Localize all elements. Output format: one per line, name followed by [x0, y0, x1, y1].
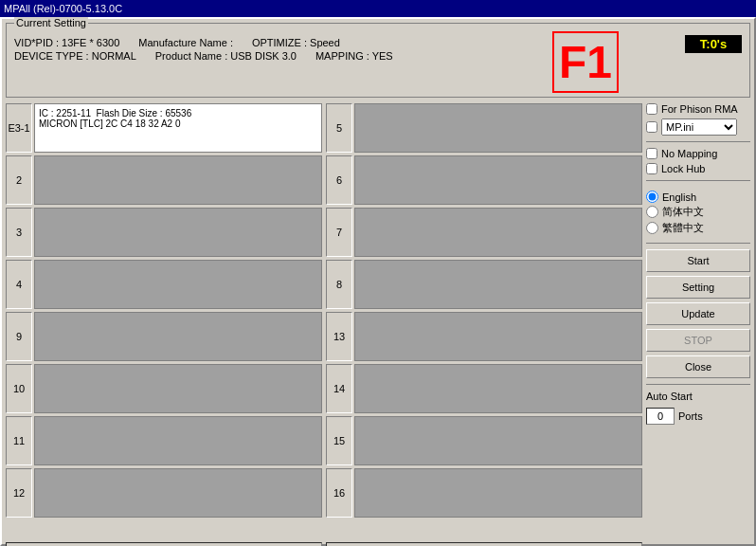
bottom-status-bar: Cr西西软件园	[6, 542, 642, 546]
stop-button[interactable]: STOP	[646, 329, 750, 352]
chinese2-radio-row: 繁體中文	[646, 221, 750, 235]
left-slot-column: E3-1 IC : 2251-11 Flash Die Size : 65536…	[6, 103, 322, 540]
slot-number-5: 5	[326, 103, 352, 153]
ini-checkbox[interactable]	[646, 121, 657, 133]
timer-box: T:0's	[685, 35, 742, 53]
title-text: MPAll (Rel)-0700-5.13.0C	[4, 3, 122, 14]
slot-content-10	[34, 364, 322, 413]
main-window: Current Setting VID*PID : 13FE * 6300 Ma…	[0, 17, 756, 546]
slot-14-row[interactable]: 14	[326, 364, 642, 413]
slot-11-row[interactable]: 11	[6, 416, 322, 465]
no-mapping-row: No Mapping	[646, 148, 750, 159]
right-panel: For Phison RMA MP.ini No Mapping	[646, 103, 750, 540]
chinese1-radio[interactable]	[646, 206, 658, 218]
phison-rma-label: For Phison RMA	[661, 103, 738, 115]
slot-13-row[interactable]: 13	[326, 312, 642, 361]
auto-start-label: Auto Start	[646, 391, 750, 402]
language-group: English 简体中文 繁體中文	[646, 191, 750, 237]
slot-content-9	[34, 312, 322, 361]
slot-number-7: 7	[326, 208, 352, 257]
slot-content-2	[34, 155, 322, 205]
slot-5-row[interactable]: 5	[326, 103, 642, 153]
english-radio-row: English	[646, 191, 750, 203]
slot-content-16	[354, 468, 642, 518]
chinese1-radio-row: 简体中文	[646, 205, 750, 219]
slot-number-11: 11	[6, 416, 32, 465]
chinese2-radio[interactable]	[646, 222, 658, 234]
slot-number-16: 16	[326, 468, 352, 518]
chinese1-label: 简体中文	[662, 205, 704, 219]
f1-box: F1	[552, 31, 619, 93]
device-type-row: DEVICE TYPE : NORMAL Product Name : USB …	[14, 50, 543, 62]
status-right: Cr西西软件园	[326, 542, 642, 546]
slot-number-10: 10	[6, 364, 32, 413]
slot-12-row[interactable]: 12	[6, 468, 322, 518]
vid-pid: VID*PID : 13FE * 6300	[14, 37, 119, 48]
slot-content-13	[354, 312, 642, 361]
ports-row: 0 Ports	[646, 408, 750, 425]
slot-number-14: 14	[326, 364, 352, 413]
slot-4-row[interactable]: 4	[6, 260, 322, 309]
slot-number-6: 6	[326, 155, 352, 205]
slot-content-14	[354, 364, 642, 413]
ini-select[interactable]: MP.ini	[661, 118, 737, 136]
slot-content-12	[34, 468, 322, 518]
slot-number-9: 9	[6, 312, 32, 361]
slot-content-6	[354, 155, 642, 205]
slot-content-4	[34, 260, 322, 309]
slot-15-row[interactable]: 15	[326, 416, 642, 465]
vid-pid-row: VID*PID : 13FE * 6300 Manufacture Name :…	[14, 37, 543, 48]
slot-content-e3-1: IC : 2251-11 Flash Die Size : 65536MICRO…	[34, 103, 322, 153]
slot-3-row[interactable]: 3	[6, 208, 322, 257]
slot-9-row[interactable]: 9	[6, 312, 322, 361]
current-setting-label: Current Setting	[14, 17, 88, 28]
device-type: DEVICE TYPE : NORMAL	[14, 50, 136, 62]
slot-content-11	[34, 416, 322, 465]
slot-number-8: 8	[326, 260, 352, 309]
mapping: MAPPING : YES	[315, 50, 393, 62]
slot-content-15	[354, 416, 642, 465]
status-left	[6, 542, 322, 546]
slot-16-row[interactable]: 16	[326, 468, 642, 518]
lock-hub-checkbox[interactable]	[646, 163, 657, 174]
no-mapping-checkbox[interactable]	[646, 148, 657, 159]
slot-10-row[interactable]: 10	[6, 364, 322, 413]
slot-number-12: 12	[6, 468, 32, 518]
slot-number-4: 4	[6, 260, 32, 309]
slot-number-3: 3	[6, 208, 32, 257]
slot-content-8	[354, 260, 642, 309]
slot-number-e3-1: E3-1	[6, 103, 32, 153]
update-button[interactable]: Update	[646, 302, 750, 325]
slot-content-7	[354, 208, 642, 257]
slot-2-row[interactable]: 2	[6, 155, 322, 205]
manufacture-name: Manufacture Name :	[138, 37, 233, 48]
slot-content-3	[34, 208, 322, 257]
phison-rma-checkbox[interactable]	[646, 103, 657, 115]
slot-7-row[interactable]: 7	[326, 208, 642, 257]
start-button[interactable]: Start	[646, 249, 750, 272]
setting-button[interactable]: Setting	[646, 276, 750, 299]
slot-number-13: 13	[326, 312, 352, 361]
slot-content-5	[354, 103, 642, 153]
slot-number-2: 2	[6, 155, 32, 205]
current-setting-box: Current Setting VID*PID : 13FE * 6300 Ma…	[6, 23, 750, 98]
close-button[interactable]: Close	[646, 355, 750, 378]
slot-8-row[interactable]: 8	[326, 260, 642, 309]
slot-e3-1-row[interactable]: E3-1 IC : 2251-11 Flash Die Size : 65536…	[6, 103, 322, 153]
chinese2-label: 繁體中文	[662, 221, 704, 235]
phison-rma-row: For Phison RMA	[646, 103, 750, 115]
ports-input[interactable]: 0	[646, 408, 675, 425]
no-mapping-label: No Mapping	[661, 148, 717, 159]
title-bar: MPAll (Rel)-0700-5.13.0C	[0, 0, 756, 17]
optimize: OPTIMIZE : Speed	[252, 37, 340, 48]
right-slot-column: 5 6 7 8	[326, 103, 642, 540]
slot-6-row[interactable]: 6	[326, 155, 642, 205]
timer-text: T:0's	[700, 37, 727, 51]
english-label: English	[662, 191, 696, 203]
english-radio[interactable]	[646, 191, 658, 203]
ini-select-row: MP.ini	[646, 118, 750, 136]
slot-number-15: 15	[326, 416, 352, 465]
ports-label: Ports	[678, 410, 703, 422]
lock-hub-label: Lock Hub	[661, 163, 705, 174]
lock-hub-row: Lock Hub	[646, 163, 750, 174]
